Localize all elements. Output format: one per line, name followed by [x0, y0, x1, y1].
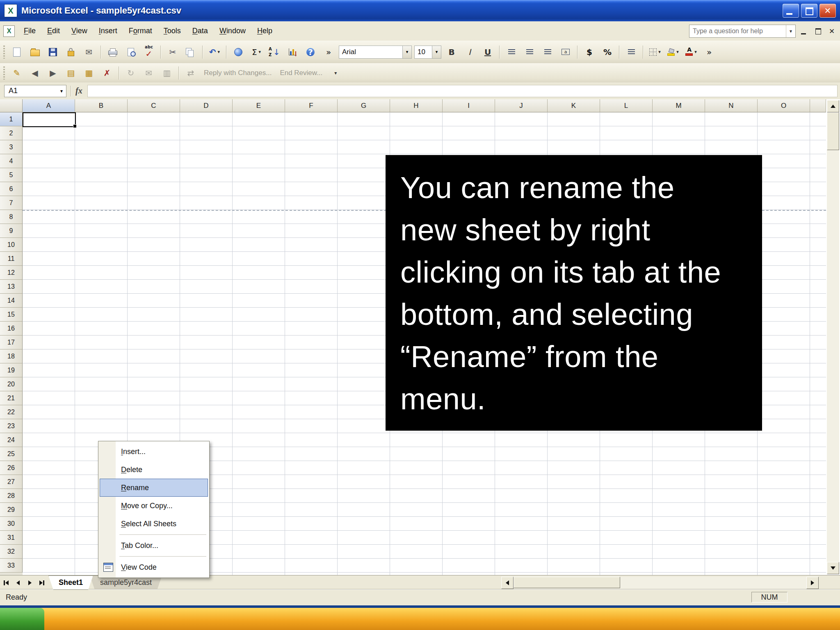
menu-edit[interactable]: Edit	[41, 23, 66, 39]
workbook-restore-button[interactable]	[812, 26, 824, 36]
delete-comment-button[interactable]: ✗	[98, 65, 116, 81]
menu-view[interactable]: View	[66, 23, 93, 39]
context-menu-item-select-all-sheets[interactable]: Select All Sheets	[100, 515, 208, 533]
column-header-k[interactable]: K	[548, 99, 600, 112]
row-header-15[interactable]: 15	[0, 308, 23, 322]
permission-button[interactable]	[62, 44, 80, 60]
row-header-12[interactable]: 12	[0, 266, 23, 280]
column-header-b[interactable]: B	[75, 99, 128, 112]
show-comment-button[interactable]: ▤	[62, 65, 80, 81]
end-review-label[interactable]: End Review...	[280, 69, 322, 77]
toolbar-drag-handle[interactable]	[3, 46, 5, 59]
row-header-23[interactable]: 23	[0, 419, 23, 433]
fill-color-button[interactable]: ▾	[664, 44, 682, 60]
edit-comment-button[interactable]: ✎	[8, 65, 25, 81]
align-left-button[interactable]	[503, 44, 520, 60]
column-header-i[interactable]: I	[443, 99, 495, 112]
column-header-e[interactable]: E	[233, 99, 285, 112]
vertical-scroll-track[interactable]	[827, 112, 839, 562]
borders-dropdown-arrow[interactable]: ▾	[658, 49, 661, 55]
new-button[interactable]	[8, 44, 25, 60]
save-button[interactable]	[44, 44, 62, 60]
help-input[interactable]	[689, 27, 786, 35]
context-menu-item-view-code[interactable]: View Code	[100, 558, 208, 576]
show-all-comments-button[interactable]: ▦	[80, 65, 98, 81]
font-name-dropdown-icon[interactable]: ▾	[402, 46, 411, 58]
previous-sheet-button[interactable]	[12, 575, 24, 590]
open-button[interactable]	[26, 44, 43, 60]
bold-button[interactable]: B	[443, 44, 460, 60]
row-header-13[interactable]: 13	[0, 280, 23, 294]
restore-button[interactable]	[801, 4, 817, 18]
cut-button[interactable]: ✂	[164, 44, 181, 60]
autosum-dropdown-arrow[interactable]: ▾	[259, 49, 261, 55]
spelling-button[interactable]: ✓	[140, 44, 158, 60]
currency-button[interactable]: $	[581, 44, 598, 60]
column-header-m[interactable]: M	[653, 99, 705, 112]
font-size-combo[interactable]: 10 ▾	[414, 46, 441, 59]
row-header-18[interactable]: 18	[0, 349, 23, 363]
column-header-l[interactable]: L	[600, 99, 653, 112]
row-header-29[interactable]: 29	[0, 503, 23, 517]
start-button-sliver[interactable]	[0, 608, 44, 630]
column-header-f[interactable]: F	[285, 99, 338, 112]
row-header-5[interactable]: 5	[0, 168, 23, 182]
percent-button[interactable]: %	[599, 44, 616, 60]
column-header-c[interactable]: C	[128, 99, 180, 112]
font-name-combo[interactable]: Arial ▾	[339, 46, 412, 59]
scroll-down-button[interactable]	[827, 562, 839, 574]
previous-comment-button[interactable]: ◀	[26, 65, 43, 81]
row-header-19[interactable]: 19	[0, 363, 23, 377]
row-header-9[interactable]: 9	[0, 224, 23, 238]
undo-button[interactable]: ↶▾	[206, 44, 223, 60]
context-menu-item-insert[interactable]: Insert...	[100, 443, 208, 461]
row-header-14[interactable]: 14	[0, 294, 23, 308]
row-header-28[interactable]: 28	[0, 489, 23, 503]
font-size-dropdown-icon[interactable]: ▾	[432, 46, 441, 58]
menu-format[interactable]: Format	[123, 23, 158, 39]
vertical-scrollbar[interactable]	[827, 100, 839, 574]
minimize-button[interactable]	[783, 4, 799, 18]
scroll-right-button[interactable]	[806, 577, 819, 589]
chart-wizard-button[interactable]	[284, 44, 301, 60]
copy-button[interactable]	[182, 44, 199, 60]
select-all-corner[interactable]	[0, 99, 23, 112]
fill-color-dropdown-arrow[interactable]: ▾	[676, 49, 679, 55]
menu-window[interactable]: Window	[214, 23, 251, 39]
row-header-26[interactable]: 26	[0, 461, 23, 475]
row-header-4[interactable]: 4	[0, 154, 23, 168]
next-sheet-button[interactable]	[24, 575, 36, 590]
row-header-31[interactable]: 31	[0, 531, 23, 545]
row-header-22[interactable]: 22	[0, 405, 23, 419]
print-preview-button[interactable]	[122, 44, 139, 60]
align-right-button[interactable]	[539, 44, 556, 60]
vertical-scroll-thumb[interactable]	[827, 112, 839, 150]
menu-data[interactable]: Data	[187, 23, 214, 39]
sheet-tab-sheet1[interactable]: Sheet1	[48, 575, 93, 590]
help-dropdown-icon[interactable]: ▾	[786, 25, 795, 37]
context-menu-item-move-or-copy[interactable]: Move or Copy...	[100, 497, 208, 515]
context-menu-item-tab-color[interactable]: Tab Color...	[100, 536, 208, 555]
print-button[interactable]	[104, 44, 121, 60]
font-color-dropdown-arrow[interactable]: ▾	[694, 49, 697, 55]
row-header-21[interactable]: 21	[0, 391, 23, 405]
first-sheet-button[interactable]	[0, 575, 12, 590]
row-header-1[interactable]: 1	[0, 112, 23, 126]
toolbar-drag-handle[interactable]	[3, 66, 5, 80]
column-header-a[interactable]: A	[23, 99, 75, 112]
last-sheet-button[interactable]	[36, 575, 48, 590]
font-color-button[interactable]: ▾	[682, 44, 700, 60]
italic-button[interactable]: I	[461, 44, 478, 60]
row-header-24[interactable]: 24	[0, 433, 23, 447]
row-header-3[interactable]: 3	[0, 140, 23, 154]
row-header-10[interactable]: 10	[0, 238, 23, 252]
scroll-up-button[interactable]	[827, 100, 839, 112]
row-header-16[interactable]: 16	[0, 322, 23, 336]
row-header-30[interactable]: 30	[0, 517, 23, 531]
column-header-j[interactable]: J	[495, 99, 548, 112]
column-header-g[interactable]: G	[338, 99, 390, 112]
context-menu-item-rename[interactable]: Rename	[100, 479, 208, 497]
column-header-partial[interactable]	[810, 99, 826, 112]
hyperlink-button[interactable]	[230, 44, 247, 60]
row-header-20[interactable]: 20	[0, 377, 23, 391]
